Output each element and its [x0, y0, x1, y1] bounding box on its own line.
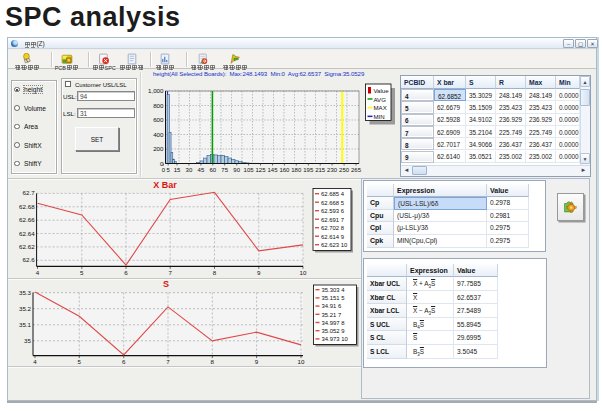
- svg-text:X Bar: X Bar: [153, 180, 177, 190]
- svg-text:230: 230: [327, 167, 338, 173]
- svg-text:34.997 8: 34.997 8: [322, 320, 346, 326]
- svg-text:62.64: 62.64: [19, 230, 35, 237]
- svg-text:160: 160: [279, 167, 290, 173]
- svg-text:62.614 9: 62.614 9: [321, 234, 344, 240]
- svg-text:6: 6: [122, 358, 126, 365]
- svg-text:15: 15: [174, 167, 181, 173]
- svg-text:5: 5: [80, 269, 84, 276]
- svg-text:215: 215: [315, 167, 326, 173]
- svg-text:45: 45: [198, 167, 205, 173]
- svg-text:195: 195: [303, 167, 314, 173]
- svg-text:62.685 4: 62.685 4: [321, 191, 345, 197]
- svg-text:35: 35: [24, 337, 31, 344]
- svg-text:30: 30: [186, 167, 193, 173]
- svg-text:62.691 7: 62.691 7: [321, 217, 344, 223]
- svg-text:9: 9: [255, 358, 259, 365]
- svg-text:34.91 6: 34.91 6: [322, 303, 342, 309]
- svg-text:62.593 6: 62.593 6: [321, 208, 345, 214]
- svg-text:4: 4: [33, 358, 37, 365]
- svg-text:7: 7: [166, 358, 170, 365]
- svg-text:75: 75: [221, 167, 228, 173]
- svg-text:250: 250: [339, 167, 350, 173]
- svg-text:62.66: 62.66: [19, 216, 35, 223]
- svg-text:800: 800: [153, 102, 164, 109]
- svg-text:90: 90: [233, 167, 240, 173]
- svg-text:34.973 10: 34.973 10: [322, 336, 349, 342]
- svg-text:35.3: 35.3: [19, 289, 32, 296]
- svg-text:35.151 5: 35.151 5: [322, 295, 346, 301]
- svg-text:62.702 8: 62.702 8: [321, 225, 345, 231]
- svg-text:125: 125: [255, 167, 266, 173]
- svg-text:62.623 10: 62.623 10: [321, 242, 348, 248]
- svg-text:400: 400: [153, 131, 164, 138]
- svg-text:35.21 7: 35.21 7: [322, 312, 342, 318]
- svg-text:105: 105: [244, 167, 255, 173]
- svg-text:35.2: 35.2: [19, 305, 32, 312]
- svg-text:7: 7: [168, 269, 172, 276]
- svg-text:62.62: 62.62: [19, 243, 35, 250]
- svg-text:62.6: 62.6: [23, 256, 36, 263]
- svg-text:8: 8: [213, 269, 217, 276]
- svg-text:AVG: AVG: [374, 96, 387, 103]
- svg-text:10: 10: [300, 269, 307, 276]
- svg-text:0: 0: [162, 167, 166, 173]
- svg-text:5: 5: [78, 358, 82, 365]
- svg-text:200: 200: [153, 145, 164, 152]
- svg-text:10: 10: [298, 358, 305, 365]
- svg-text:265: 265: [351, 167, 362, 173]
- svg-text:8: 8: [211, 358, 215, 365]
- svg-text:6: 6: [124, 269, 128, 276]
- svg-text:600: 600: [153, 116, 164, 123]
- svg-text:4: 4: [36, 269, 40, 276]
- svg-text:35.303 4: 35.303 4: [322, 287, 346, 293]
- svg-text:5: 5: [167, 167, 171, 173]
- svg-text:62.68: 62.68: [19, 203, 35, 210]
- svg-text:145: 145: [267, 167, 278, 173]
- svg-text:MAX: MAX: [374, 104, 387, 111]
- svg-text:1,000: 1,000: [148, 87, 164, 94]
- svg-text:60: 60: [209, 167, 216, 173]
- svg-text:35.1: 35.1: [19, 321, 32, 328]
- svg-text:180: 180: [291, 167, 302, 173]
- svg-text:62.668 5: 62.668 5: [321, 200, 345, 206]
- svg-text:MIN: MIN: [374, 113, 385, 120]
- svg-text:S: S: [163, 279, 169, 289]
- svg-text:62.7: 62.7: [23, 189, 36, 196]
- svg-text:35.052 9: 35.052 9: [322, 328, 345, 334]
- svg-text:9: 9: [257, 269, 261, 276]
- svg-text:Value: Value: [374, 87, 390, 94]
